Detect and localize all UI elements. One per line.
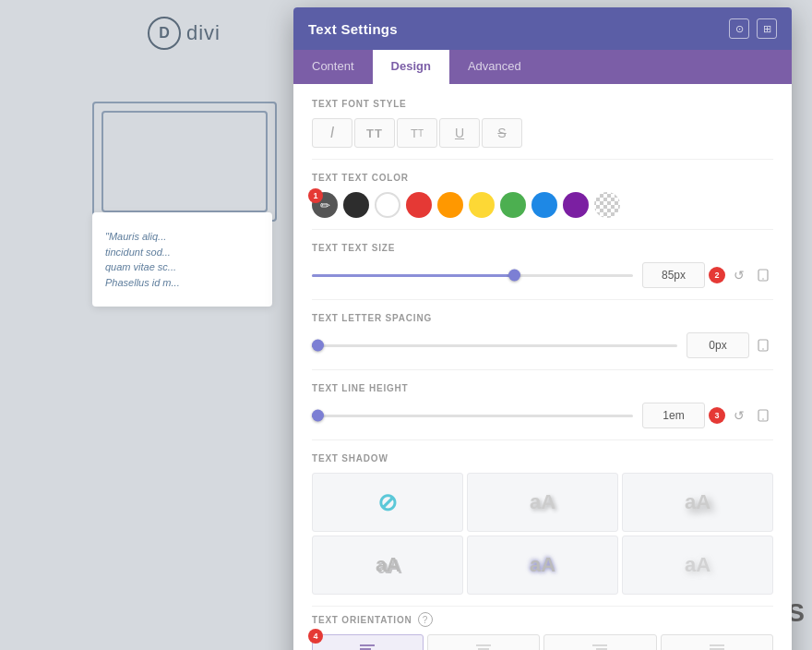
text-settings-modal: Text Settings ⊙ ⊞ Content Design Advance… <box>293 7 792 650</box>
text-size-label: Text Text Size <box>312 243 773 253</box>
divider-6 <box>312 606 773 607</box>
line-height-input[interactable] <box>642 403 705 428</box>
italic-btn[interactable]: I <box>312 118 352 148</box>
badge-1: 1 <box>308 188 323 203</box>
letter-spacing-input[interactable] <box>687 332 749 358</box>
bg-frame-inner <box>102 111 268 212</box>
shadow-3-btn[interactable]: aA <box>312 536 463 595</box>
line-height-reset-btn[interactable]: ↺ <box>729 405 749 426</box>
modal-header-icons: ⊙ ⊞ <box>729 18 777 39</box>
text-size-row: 2 ↺ <box>312 262 773 288</box>
divider-1 <box>312 159 773 160</box>
color-numbered-1: 1 ✏ <box>312 192 338 218</box>
text-size-fill <box>312 274 514 277</box>
divider-3 <box>312 299 773 300</box>
divi-header: D divi <box>148 17 221 50</box>
strikethrough-btn[interactable]: S <box>482 118 522 148</box>
letter-spacing-label: Text Letter Spacing <box>312 313 773 323</box>
quote-text-left: "Mauris aliq...tincidunt sod...quam vita… <box>105 229 259 290</box>
color-purple[interactable] <box>563 192 589 218</box>
shadow-none-btn[interactable]: ⊘ <box>312 473 463 532</box>
color-black[interactable] <box>343 192 369 218</box>
orient-right-btn[interactable] <box>543 634 657 650</box>
text-size-input[interactable] <box>642 262 705 288</box>
color-blue[interactable] <box>531 192 557 218</box>
modal-body: Text Font Style I TT TT U S Text Text Co… <box>293 84 792 650</box>
line-height-thumb[interactable] <box>312 410 324 422</box>
tab-design[interactable]: Design <box>373 50 449 84</box>
letter-spacing-track[interactable] <box>312 344 677 347</box>
color-white[interactable] <box>375 192 400 218</box>
tab-content[interactable]: Content <box>293 50 373 84</box>
underline-btn[interactable]: U <box>439 118 480 148</box>
orientation-row: 4 <box>312 634 773 650</box>
divider-4 <box>312 369 773 370</box>
line-height-label: Text Line Height <box>312 383 773 393</box>
shadow-5-btn[interactable]: aA <box>622 536 773 595</box>
text-shadow-label: Text Shadow <box>312 453 773 463</box>
line-height-device-btn[interactable] <box>753 405 773 426</box>
line-height-row: 3 ↺ <box>312 403 773 428</box>
shadow-2-btn[interactable]: aA <box>622 473 773 532</box>
letter-spacing-thumb[interactable] <box>312 340 324 352</box>
shadow-grid: ⊘ aA aA aA aA aA <box>312 473 773 595</box>
color-checkered[interactable] <box>594 192 620 218</box>
badge-2: 2 <box>709 267 725 283</box>
text-orientation-label: Text Orientation <box>312 615 412 625</box>
font-style-label: Text Font Style <box>312 99 773 109</box>
orient-left-btn[interactable] <box>312 634 424 650</box>
text-size-value-box: 2 ↺ <box>642 262 773 288</box>
line-height-value-box: 3 ↺ <box>642 403 773 428</box>
svg-point-5 <box>762 418 764 420</box>
font-style-row: I TT TT U S <box>312 118 773 148</box>
text-size-reset-btn[interactable]: ↺ <box>729 265 749 285</box>
help-icon[interactable]: ? <box>418 612 433 627</box>
color-orange[interactable] <box>437 192 463 218</box>
divider-5 <box>312 439 773 440</box>
shadow-1-btn[interactable]: aA <box>467 473 618 532</box>
letter-spacing-value-box <box>687 332 773 358</box>
badge-4: 4 <box>308 629 323 644</box>
badge-3: 3 <box>709 407 725 424</box>
tab-advanced[interactable]: Advanced <box>449 50 540 84</box>
text-size-device-btn[interactable] <box>753 265 773 285</box>
text-size-track[interactable] <box>312 274 633 277</box>
line-height-track[interactable] <box>312 415 633 417</box>
divi-logo-circle: D <box>148 17 181 50</box>
modal-header: Text Settings ⊙ ⊞ <box>293 7 792 50</box>
tt-mixed-btn[interactable]: TT <box>397 118 437 148</box>
modal-tabs: Content Design Advanced <box>293 50 792 84</box>
quote-card-left: "Mauris aliq...tincidunt sod...quam vita… <box>92 212 272 307</box>
text-color-label: Text Text Color <box>312 173 773 183</box>
color-green[interactable] <box>500 192 526 218</box>
shadow-4-btn[interactable]: aA <box>467 536 618 595</box>
target-icon-btn[interactable]: ⊙ <box>729 18 749 39</box>
grid-icon-btn[interactable]: ⊞ <box>757 18 777 39</box>
divider-2 <box>312 229 773 230</box>
orient-center-btn[interactable] <box>427 634 541 650</box>
modal-title: Text Settings <box>308 21 398 37</box>
letter-spacing-device-btn[interactable] <box>753 335 773 355</box>
tt-btn[interactable]: TT <box>354 118 395 148</box>
orient-justify-btn[interactable] <box>661 634 774 650</box>
svg-point-3 <box>762 348 764 350</box>
color-red[interactable] <box>406 192 432 218</box>
letter-spacing-row <box>312 332 773 358</box>
svg-point-1 <box>762 278 764 280</box>
color-yellow[interactable] <box>469 192 495 218</box>
color-row: 1 ✏ <box>312 192 773 218</box>
text-size-thumb[interactable] <box>508 270 520 282</box>
divi-logo-text: divi <box>186 21 221 45</box>
